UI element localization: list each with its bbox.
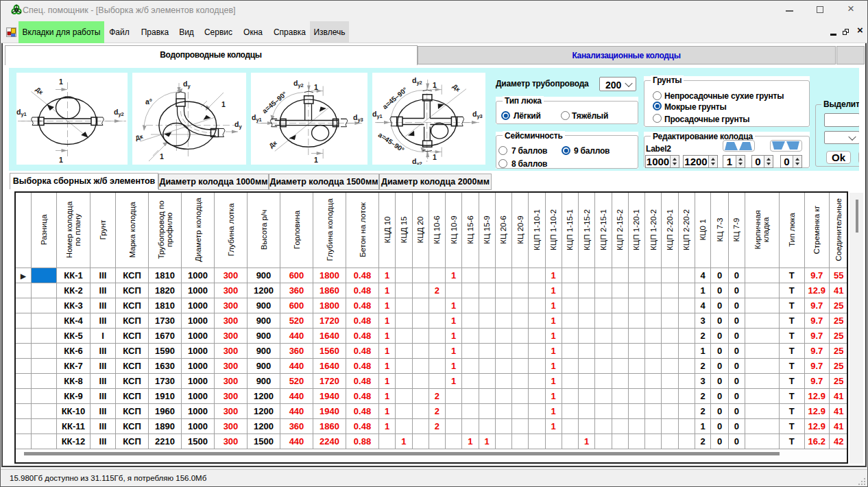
- svg-text:1: 1: [59, 156, 63, 164]
- svg-text:dу1: dу1: [252, 113, 262, 123]
- svg-text:dу2: dу2: [412, 76, 422, 86]
- svg-text:1: 1: [314, 156, 318, 164]
- svg-text:dу: dу: [183, 80, 191, 89]
- svg-text:dу3: dу3: [353, 113, 363, 123]
- svg-text:dу1: dу1: [16, 108, 27, 117]
- svg-text:1: 1: [59, 78, 63, 86]
- svg-text:dу2: dу2: [412, 157, 422, 165]
- svg-text:dу3: dу3: [472, 110, 483, 119]
- svg-text:1: 1: [221, 100, 226, 108]
- svg-text:1: 1: [433, 153, 437, 161]
- svg-text:dу2: dу2: [114, 108, 124, 117]
- svg-text:a=45–90°: a=45–90°: [381, 86, 409, 110]
- svg-text:dу1: dу1: [372, 110, 383, 119]
- svg-text:1: 1: [433, 81, 437, 89]
- svg-text:Дк: Дк: [451, 83, 461, 93]
- svg-text:1: 1: [160, 152, 164, 161]
- svg-text:a°: a°: [145, 97, 152, 106]
- svg-text:Дк: Дк: [268, 139, 278, 150]
- svg-text:dу2: dу2: [293, 79, 304, 88]
- svg-text:Дк: Дк: [34, 86, 45, 96]
- svg-text:1: 1: [314, 83, 318, 91]
- svg-text:dу: dу: [234, 120, 242, 130]
- svg-text:Дк: Дк: [134, 133, 144, 142]
